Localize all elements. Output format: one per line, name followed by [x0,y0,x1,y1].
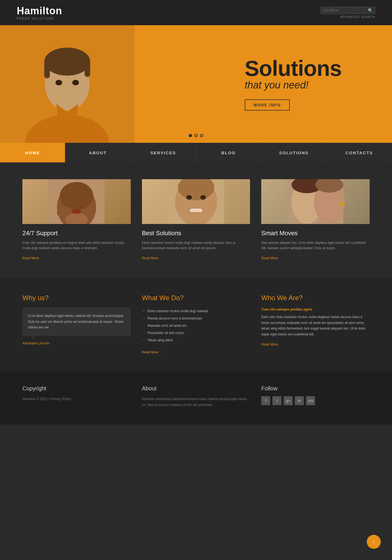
who-we-are-title: Who We Are? [261,294,370,302]
read-more-1[interactable]: Read More [22,256,39,260]
hero-banner: Solutions that you need! MORE INFO [0,25,392,143]
svg-point-7 [55,80,62,85]
nav-home[interactable]: HOME [0,143,65,162]
why-quote-text: Ut te dolor dapibus eget elentu voliend … [28,313,125,330]
nav-contacts[interactable]: CONTACTS [327,143,392,162]
features-grid: 24/7 Support Cum clis natoque pentibus e… [22,179,370,260]
svg-point-21 [200,195,206,200]
feature-image-1 [22,179,131,224]
nav-about[interactable]: ABOUT [65,143,130,162]
svg-point-16 [71,209,81,214]
search-input[interactable] [323,8,368,12]
svg-point-4 [44,48,90,76]
read-more-2[interactable]: Read More [142,256,158,260]
hero-subtitle: that you need! [245,79,342,91]
hero-dots [189,134,203,137]
why-us-title: Why us? [22,294,131,302]
svg-point-20 [186,195,192,200]
feature-image-2 [142,179,250,224]
feature-card-1: 24/7 Support Cum clis natoque pentibus e… [22,179,131,260]
feature-desc-3: Sed laoreet aliquam leo. Ut te dolor dap… [261,240,370,251]
footer-about-title: About [142,385,250,392]
search-area: 🔍 ADVANCED SEARCH [321,7,375,18]
main-nav: HOME ABOUT SERVICES BLOG SOLUTIONS CONTA… [0,143,392,162]
footer-copyright-column: Copyright Hamilton © 2012 • Privacy Poli… [22,385,131,408]
svg-point-8 [72,80,79,85]
hero-dot-1[interactable] [189,134,192,137]
feature-title-2: Best Solutions [142,230,250,237]
feature-card-2: Best Solutions Etots nascetur riculus mu… [142,179,250,260]
hero-more-info-button[interactable]: MORE INFO [245,99,290,111]
features-section: 24/7 Support Cum clis natoque pentibus e… [0,162,392,277]
svg-rect-22 [190,209,202,212]
who-desc: Elart urle ntots nascetur riculus mulla … [261,314,370,337]
what-item-1: Etots nascetur riculus mulla dugi malead [142,307,250,315]
footer-about-text: Raesent vestibulusi tlauseneanonuret mau… [142,396,250,408]
who-we-are-column: Who We Are? Cum clis natoque pentibu agn… [261,294,370,354]
social-icon-linkedin[interactable]: in [295,396,304,405]
feature-title-1: 24/7 Support [22,230,131,237]
hero-dot-3[interactable] [200,134,203,137]
logo: Hamilton FRESH SOLUTIONS [17,5,62,20]
who-highlight: Cum clis natoque pentibu agnis [261,307,370,311]
footer-grid: Copyright Hamilton © 2012 • Privacy Poli… [22,385,370,408]
why-quote-box: Ut te dolor dapibus eget elentu voliend … [22,307,131,336]
why-grid: Why us? Ut te dolor dapibus eget elentu … [22,294,370,354]
search-box[interactable]: 🔍 [321,7,375,14]
who-read-more[interactable]: Read More [261,342,278,346]
hero-title: Solutions [245,57,342,79]
feature-desc-2: Etots nascetur riculus mulla dugi malead… [142,240,250,251]
advanced-search-link[interactable]: ADVANCED SEARCH [340,15,375,18]
search-button[interactable]: 🔍 [368,8,373,13]
hero-content: Solutions that you need! MORE INFO [245,57,342,111]
logo-title: Hamilton [17,5,62,17]
footer-copyright-text: Hamilton © 2012 • Privacy Policy [22,396,131,402]
what-item-3: Maluada orcic sit amet em [142,322,250,329]
footer-follow-column: Follow f t g+ in rss [261,385,370,408]
footer-follow-title: Follow [261,385,370,392]
feature-desc-1: Cum clis natoque pentibus et magnis diar… [22,240,131,251]
why-us-column: Why us? Ut te dolor dapibus eget elentu … [22,294,131,354]
feature-card-3: Smart Moves Sed laoreet aliquam leo. Ut … [261,179,370,260]
feature-title-3: Smart Moves [261,230,370,237]
logo-subtitle: FRESH SOLUTIONS [17,17,62,20]
social-icon-facebook[interactable]: f [261,396,270,405]
footer: Copyright Hamilton © 2012 • Privacy Poli… [0,371,392,424]
social-icons: f t g+ in rss [261,396,370,405]
what-we-do-title: What We Do? [142,294,250,302]
nav-services[interactable]: SERVICES [131,143,196,162]
what-item-4: Psumdolor sit amt consc [142,329,250,337]
hero-person-image [0,25,134,143]
svg-point-29 [340,202,344,207]
footer-copyright-title: Copyright [22,385,131,392]
what-item-5: Tetuer aing elitris [142,337,250,344]
feature-image-3 [261,179,370,224]
what-read-more[interactable]: Read More [142,350,158,354]
nav-solutions[interactable]: SOLUTIONS [261,143,326,162]
why-quote-author[interactable]: Abraham Lincoln [22,341,50,345]
header: Hamilton FRESH SOLUTIONS 🔍 ADVANCED SEAR… [0,0,392,25]
what-item-2: Ravida atcurus necu a loremoamsan [142,315,250,322]
svg-point-13 [60,182,93,210]
svg-rect-5 [44,62,50,78]
social-icon-rss[interactable]: rss [306,396,315,405]
footer-about-column: About Raesent vestibulusi tlauseneanonur… [142,385,250,408]
why-section: Why us? Ut te dolor dapibus eget elentu … [0,277,392,371]
hero-dot-2[interactable] [194,134,198,137]
what-we-do-list: Etots nascetur riculus mulla dugi malead… [142,307,250,344]
nav-blog[interactable]: BLOG [196,143,261,162]
read-more-3[interactable]: Read More [261,256,278,260]
what-we-do-column: What We Do? Etots nascetur riculus mulla… [142,294,250,354]
svg-rect-6 [85,62,90,77]
social-icon-twitter[interactable]: t [272,396,281,405]
social-icon-google[interactable]: g+ [284,396,293,405]
